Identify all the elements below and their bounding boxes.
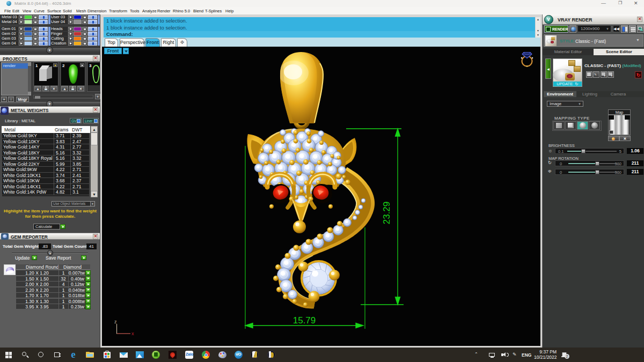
- svg-text:23.29: 23.29: [382, 202, 392, 225]
- svg-text:z: z: [114, 319, 117, 324]
- svg-text:x: x: [131, 331, 134, 336]
- svg-text:15.79: 15.79: [293, 315, 316, 326]
